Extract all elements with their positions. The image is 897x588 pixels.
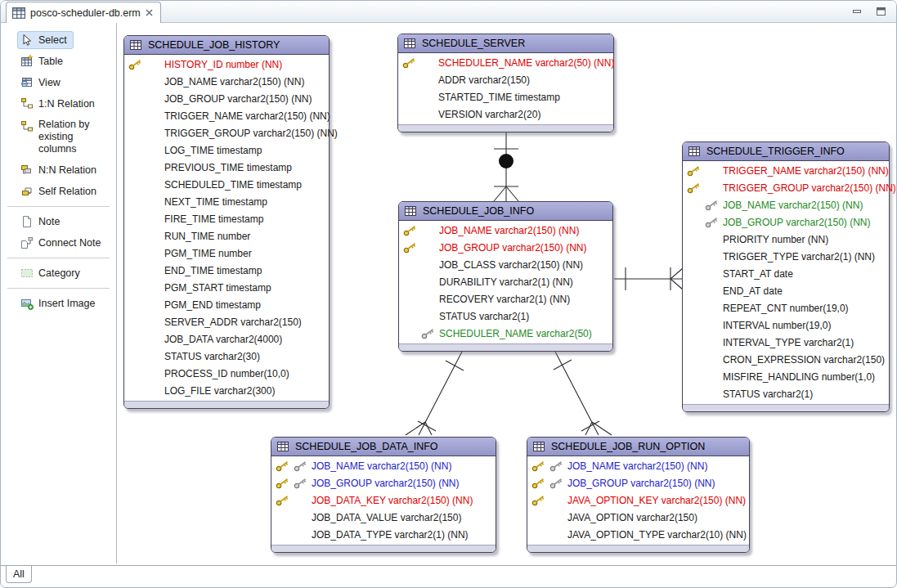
entity-header[interactable]: SCHEDULE_JOB_DATA_INFO bbox=[271, 438, 496, 456]
tool-view[interactable]: View bbox=[17, 74, 67, 92]
entity-column-row[interactable]: JOB_NAME varchar2(150) (NN) bbox=[683, 197, 889, 214]
tool-note[interactable]: Note bbox=[17, 213, 66, 231]
entity-column-row[interactable]: START_AT date bbox=[683, 266, 889, 283]
tool-category[interactable]: Category bbox=[17, 264, 87, 282]
entity-column-row[interactable]: JOB_GROUP varchar2(150) (NN) bbox=[683, 214, 889, 231]
entity-column-row[interactable]: TRIGGER_TYPE varchar2(1) (NN) bbox=[683, 249, 889, 266]
tool-table[interactable]: Table bbox=[17, 52, 70, 70]
primary-key-icon bbox=[531, 460, 545, 472]
entity-column-row[interactable]: JOB_GROUP varchar2(150) (NN) bbox=[124, 91, 329, 108]
minimize-view-icon[interactable] bbox=[852, 7, 863, 16]
tool-connect-note[interactable]: Connect Note bbox=[17, 234, 107, 252]
tool-1n-relation[interactable]: 1:N Relation bbox=[17, 95, 101, 113]
entity-column-row[interactable]: MISFIRE_HANDLING number(1,0) bbox=[683, 369, 889, 386]
entity-column-row[interactable]: DURABILITY varchar2(1) (NN) bbox=[399, 274, 612, 291]
entity-column-row[interactable]: SCHEDULED_TIME timestamp bbox=[124, 177, 329, 194]
close-tab-icon[interactable] bbox=[146, 9, 153, 16]
entity-header[interactable]: SCHEDULE_JOB_INFO bbox=[399, 202, 612, 221]
entity-schedule-server[interactable]: SCHEDULE_SERVERSCHEDULER_NAME varchar2(5… bbox=[397, 34, 614, 132]
entity-column-row[interactable]: JOB_GROUP varchar2(150) (NN) bbox=[527, 475, 749, 492]
entity-column-row[interactable]: SCHEDULER_NAME varchar2(50) (NN) bbox=[398, 55, 613, 72]
entity-column-row[interactable]: INTERVAL_TYPE varchar2(1) bbox=[683, 334, 889, 352]
diagram-canvas[interactable]: SCHEDULE_JOB_HISTORYHISTORY_ID number (N… bbox=[118, 23, 895, 563]
entity-column-row[interactable]: REPEAT_CNT number(19,0) bbox=[683, 300, 889, 317]
entity-column-row[interactable]: FIRE_TIME timestamp bbox=[124, 211, 329, 228]
column-definition: JOB_CLASS varchar2(150) (NN) bbox=[439, 259, 583, 271]
column-definition: STATUS varchar2(30) bbox=[164, 351, 260, 362]
entity-column-row[interactable]: RUN_TIME number bbox=[124, 228, 329, 245]
entity-column-row[interactable]: STATUS varchar2(1) bbox=[683, 386, 889, 403]
entity-header[interactable]: SCHEDULE_SERVER bbox=[398, 34, 613, 53]
entity-column-row[interactable]: TRIGGER_GROUP varchar2(150) (NN) bbox=[683, 180, 889, 197]
entity-column-row[interactable]: SCHEDULER_NAME varchar2(50) bbox=[399, 325, 612, 343]
entity-column-row[interactable]: JOB_DATA_TYPE varchar2(1) (NN) bbox=[271, 527, 496, 544]
tool-nn-relation[interactable]: N:N Relation bbox=[17, 161, 103, 179]
relationship-jobinfo-jobdatainfo[interactable] bbox=[406, 352, 464, 435]
column-definition: JOB_NAME varchar2(150) (NN) bbox=[439, 225, 579, 236]
entity-column-row[interactable]: JOB_GROUP varchar2(150) (NN) bbox=[399, 240, 612, 257]
tool-insert-image[interactable]: Insert Image bbox=[17, 294, 101, 312]
entity-column-row[interactable]: CRON_EXPRESSION varchar2(150) bbox=[683, 352, 889, 369]
entity-column-row[interactable]: ADDR varchar2(150) bbox=[398, 72, 613, 89]
column-definition: JAVA_OPTION_KEY varchar2(150) (NN) bbox=[567, 495, 746, 506]
entity-column-row[interactable]: STATUS varchar2(1) bbox=[399, 308, 612, 325]
entity-name: SCHEDULE_JOB_DATA_INFO bbox=[295, 441, 438, 452]
primary-key-icon bbox=[128, 59, 142, 70]
relationship-jobinfo-jobrunoption[interactable] bbox=[554, 352, 612, 435]
entity-header[interactable]: SCHEDULE_JOB_HISTORY bbox=[124, 36, 329, 55]
entity-column-row[interactable]: JOB_GROUP varchar2(150) (NN) bbox=[271, 475, 496, 492]
entity-column-row[interactable]: PGM_END timestamp bbox=[124, 297, 329, 314]
entity-column-row[interactable]: JOB_NAME varchar2(150) (NN) bbox=[527, 458, 749, 475]
entity-column-row[interactable]: PGM_START timestamp bbox=[124, 280, 329, 297]
entity-column-row[interactable]: INTERVAL number(19,0) bbox=[683, 317, 889, 334]
entity-column-row[interactable]: TRIGGER_NAME varchar2(150) (NN) bbox=[683, 163, 889, 180]
tool-relation-existing-columns[interactable]: Relation by existing columns bbox=[17, 116, 107, 158]
entity-column-row[interactable]: LOG_FILE varchar2(300) bbox=[124, 383, 329, 400]
entity-name: SCHEDULE_SERVER bbox=[422, 38, 525, 49]
entity-column-row[interactable]: JOB_NAME varchar2(150) (NN) bbox=[399, 222, 612, 240]
entity-column-row[interactable]: PGM_TIME number bbox=[124, 245, 329, 263]
entity-column-row[interactable]: JOB_NAME varchar2(150) (NN) bbox=[271, 458, 496, 475]
entity-schedule-job-run-option[interactable]: SCHEDULE_JOB_RUN_OPTIONJOB_NAME varchar2… bbox=[527, 437, 750, 553]
palette-separator bbox=[7, 206, 110, 207]
entity-column-row[interactable]: JOB_DATA varchar2(4000) bbox=[124, 331, 329, 348]
entity-column-row[interactable]: JOB_DATA_VALUE varchar2(150) bbox=[271, 509, 496, 527]
primary-key-icon bbox=[276, 460, 289, 472]
tool-self-relation[interactable]: Self Relation bbox=[17, 182, 103, 200]
entity-column-row[interactable]: END_AT date bbox=[683, 283, 889, 300]
maximize-view-icon[interactable] bbox=[876, 7, 886, 16]
entity-schedule-job-data-info[interactable]: SCHEDULE_JOB_DATA_INFOJOB_NAME varchar2(… bbox=[271, 437, 496, 553]
entity-column-row[interactable]: LOG_TIME timestamp bbox=[124, 142, 329, 159]
relationship-server-jobinfo[interactable] bbox=[494, 132, 518, 201]
entity-column-row[interactable]: JAVA_OPTION_KEY varchar2(150) (NN) bbox=[527, 492, 749, 509]
entity-column-row[interactable]: JAVA_OPTION varchar2(150) bbox=[527, 509, 749, 527]
entity-column-row[interactable]: RECOVERY varchar2(1) (NN) bbox=[399, 291, 612, 308]
entity-column-row[interactable]: TRIGGER_GROUP varchar2(150) (NN) bbox=[124, 125, 329, 142]
entity-column-row[interactable]: PREVIOUS_TIME timestamp bbox=[124, 159, 329, 177]
editor-tab[interactable]: posco-scheduler-db.erm bbox=[6, 2, 161, 23]
entity-schedule-job-info[interactable]: SCHEDULE_JOB_INFOJOB_NAME varchar2(150) … bbox=[398, 201, 613, 352]
entity-column-row[interactable]: SERVER_ADDR varchar2(150) bbox=[124, 314, 329, 331]
entity-header[interactable]: SCHEDULE_JOB_RUN_OPTION bbox=[527, 438, 749, 456]
entity-schedule-trigger-info[interactable]: SCHEDULE_TRIGGER_INFOTRIGGER_NAME varcha… bbox=[682, 141, 890, 412]
entity-column-row[interactable]: STARTED_TIME timestamp bbox=[398, 89, 613, 106]
entity-header[interactable]: SCHEDULE_TRIGGER_INFO bbox=[683, 142, 889, 161]
entity-column-row[interactable]: JAVA_OPTION_TYPE varchar2(10) (NN) bbox=[527, 527, 749, 544]
tool-select[interactable]: Select bbox=[17, 31, 74, 49]
entity-column-row[interactable]: JOB_NAME varchar2(150) (NN) bbox=[124, 74, 329, 91]
entity-column-row[interactable]: NEXT_TIME timestamp bbox=[124, 194, 329, 211]
entity-column-row[interactable]: JOB_CLASS varchar2(150) (NN) bbox=[399, 257, 612, 274]
entity-schedule-job-history[interactable]: SCHEDULE_JOB_HISTORYHISTORY_ID number (N… bbox=[123, 35, 330, 409]
entity-column-row[interactable]: VERSION varchar2(20) bbox=[398, 106, 613, 123]
entity-column-row[interactable]: PRIORITY number (NN) bbox=[683, 231, 889, 249]
entity-column-row[interactable]: STATUS varchar2(30) bbox=[124, 348, 329, 366]
relationship-jobinfo-triggerinfo[interactable] bbox=[614, 267, 683, 290]
column-definition: INTERVAL number(19,0) bbox=[723, 320, 832, 331]
category-tab-all[interactable]: All bbox=[6, 566, 32, 583]
column-definition: MISFIRE_HANDLING number(1,0) bbox=[723, 371, 875, 383]
entity-column-row[interactable]: TRIGGER_NAME varchar2(150) (NN) bbox=[124, 108, 329, 125]
entity-column-row[interactable]: PROCESS_ID number(10,0) bbox=[124, 366, 329, 383]
entity-column-row[interactable]: JOB_DATA_KEY varchar2(150) (NN) bbox=[271, 492, 496, 509]
entity-column-row[interactable]: END_TIME timestamp bbox=[124, 263, 329, 280]
entity-column-row[interactable]: HISTORY_ID number (NN) bbox=[124, 56, 329, 74]
